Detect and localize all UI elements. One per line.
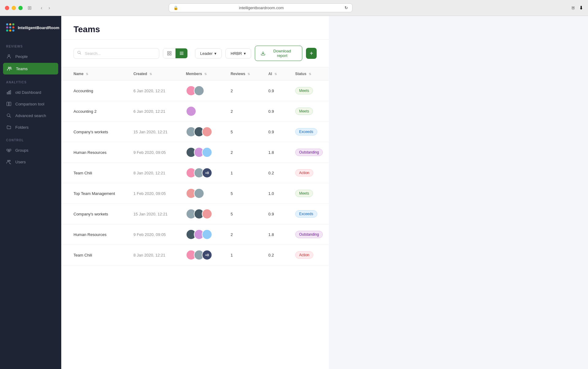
sidebar-toggle-button[interactable]: ⊞: [28, 5, 32, 11]
cell-reviews: 2: [218, 101, 256, 122]
cell-name: Company's workets: [61, 122, 121, 142]
avatar-more: +8: [202, 250, 212, 260]
sidebar-item-people[interactable]: People: [0, 51, 61, 62]
cell-status: Meets: [283, 183, 329, 204]
svg-rect-4: [9, 91, 9, 94]
cell-name: Human Resources: [61, 142, 121, 163]
sidebar-item-advanced-search[interactable]: Advanced search: [0, 110, 61, 121]
cell-created: 6 Jan 2020, 12:21: [121, 101, 174, 122]
avatar: [202, 147, 212, 158]
svg-line-9: [9, 116, 11, 117]
leader-filter-button[interactable]: Leader ▾: [195, 48, 222, 59]
svg-rect-20: [170, 54, 171, 55]
cell-reviews: 2: [218, 142, 256, 163]
sidebar-label-people: People: [15, 54, 28, 59]
status-badge: Meets: [295, 108, 313, 115]
table-row[interactable]: Top Team Management1 Feb 2020, 09:0551.0…: [61, 183, 329, 204]
sort-icon-status[interactable]: ⇅: [309, 72, 311, 76]
sidebar-item-teams[interactable]: Teams: [3, 63, 58, 74]
hrbr-filter-button[interactable]: HRBR ▾: [225, 48, 251, 59]
cell-reviews: 1: [218, 163, 256, 183]
table-row[interactable]: Team Chili8 Jan 2020, 12:21+810.2Action: [61, 163, 329, 183]
col-header-reviews: Reviews ⇅: [218, 67, 256, 81]
sidebar-item-comparison[interactable]: Comparison tool: [0, 98, 61, 110]
cell-name: Company's workets: [61, 204, 121, 224]
advanced-search-icon: [6, 113, 12, 118]
avatar-group: [186, 106, 212, 116]
table-row[interactable]: Accounting6 Jan 2020, 12:2120.9Meets: [61, 81, 329, 101]
sort-icon-created[interactable]: ⇅: [149, 72, 152, 76]
avatar: [194, 86, 204, 96]
teams-table: Name ⇅ Created ⇅ Members ⇅ Reviews: [61, 67, 329, 265]
table-row[interactable]: Human Resources9 Feb 2020, 09:0521.8Outs…: [61, 224, 329, 245]
plus-icon: +: [310, 50, 313, 57]
url-bar: 🔒 intelligentboardroom.com ↻: [169, 3, 352, 12]
list-view-button[interactable]: [175, 48, 188, 58]
table-row[interactable]: Team Chili8 Jan 2020, 12:21+810.2Action: [61, 245, 329, 265]
table-row[interactable]: Company's workets15 Jan 2020, 12:2150.9E…: [61, 122, 329, 142]
cell-ai: 1.8: [256, 224, 283, 245]
sidebar-item-dashboard[interactable]: old Dashboard: [0, 86, 61, 98]
sort-icon-ai[interactable]: ⇅: [274, 72, 277, 76]
table-row[interactable]: Company's workets15 Jan 2020, 12:2150.9E…: [61, 204, 329, 224]
cell-name: Top Team Management: [61, 183, 121, 204]
download-chrome-icon: ⬇: [579, 5, 583, 11]
folder-icon: [6, 124, 12, 130]
svg-rect-6: [7, 102, 9, 106]
refresh-icon[interactable]: ↻: [345, 6, 348, 10]
back-button[interactable]: ‹: [39, 4, 44, 12]
shield-icon: ⛨: [571, 6, 575, 10]
status-badge: Action: [295, 251, 313, 259]
cell-created: 8 Jan 2020, 12:21: [121, 163, 174, 183]
search-input[interactable]: [74, 48, 159, 59]
grid-view-button[interactable]: [163, 48, 175, 58]
cell-status: Meets: [283, 81, 329, 101]
add-team-button[interactable]: +: [306, 48, 317, 59]
cell-ai: 0.9: [256, 122, 283, 142]
sort-icon-members[interactable]: ⇅: [204, 72, 207, 76]
cell-members: +8: [174, 163, 218, 183]
view-toggle: [163, 48, 188, 59]
sort-icon-reviews[interactable]: ⇅: [247, 72, 250, 76]
table-row[interactable]: Human Resources9 Feb 2020, 09:0521.8Outs…: [61, 142, 329, 163]
table-body: Accounting6 Jan 2020, 12:2120.9MeetsAcco…: [61, 81, 329, 265]
svg-point-1: [8, 67, 9, 68]
sidebar-label-dashboard: old Dashboard: [15, 90, 41, 95]
cell-status: Meets: [283, 101, 329, 122]
minimize-button[interactable]: [12, 6, 16, 10]
maximize-button[interactable]: [18, 6, 23, 10]
avatar-more: +8: [202, 168, 212, 178]
teams-icon: [7, 66, 12, 71]
col-header-created: Created ⇅: [121, 67, 174, 81]
sort-icon-name[interactable]: ⇅: [86, 72, 88, 76]
avatar: [202, 229, 212, 240]
table-row[interactable]: Accounting 26 Jan 2020, 12:2120.9Meets: [61, 101, 329, 122]
cell-status: Action: [283, 163, 329, 183]
cell-created: 9 Feb 2020, 09:05: [121, 142, 174, 163]
cell-members: [174, 204, 218, 224]
sidebar-label-comparison: Comparison tool: [15, 102, 44, 106]
close-button[interactable]: [5, 6, 9, 10]
avatar: [186, 106, 196, 116]
sidebar-item-folders[interactable]: Folders: [0, 121, 61, 133]
cell-status: Outstanding: [283, 142, 329, 163]
col-header-ai: AI ⇅: [256, 67, 283, 81]
sidebar-item-groups[interactable]: Groups: [0, 144, 61, 156]
avatar-group: [186, 209, 212, 219]
sidebar-label-groups: Groups: [15, 148, 28, 153]
main-header: Teams: [61, 16, 329, 40]
traffic-lights: [5, 6, 23, 10]
table-wrap: Name ⇅ Created ⇅ Members ⇅ Reviews: [61, 67, 329, 369]
sidebar-item-users[interactable]: Users: [0, 156, 61, 168]
forward-button[interactable]: ›: [47, 4, 52, 12]
svg-rect-17: [168, 51, 169, 53]
download-report-button[interactable]: Download report: [255, 46, 302, 61]
svg-line-16: [80, 53, 81, 55]
status-badge: Exceeds: [295, 210, 317, 218]
sidebar-label-teams: Teams: [16, 67, 28, 71]
avatar-group: [186, 147, 212, 158]
status-badge: Meets: [295, 87, 313, 94]
cell-created: 15 Jan 2020, 12:21: [121, 204, 174, 224]
svg-rect-18: [170, 51, 171, 53]
avatar: [202, 209, 212, 219]
